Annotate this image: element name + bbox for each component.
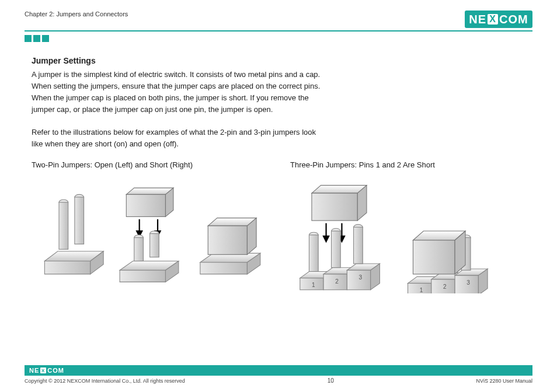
page-number: 10 — [328, 377, 334, 384]
svg-rect-12 — [150, 233, 159, 257]
body-paragraph-1: A jumper is the simplest kind of electri… — [32, 69, 323, 116]
svg-text:2: 2 — [335, 278, 339, 284]
svg-rect-23 — [309, 235, 318, 272]
brand-logo-small: NE X COM — [29, 367, 64, 374]
svg-rect-1 — [59, 202, 68, 250]
decorative-squares-icon — [25, 35, 532, 42]
svg-text:3: 3 — [359, 274, 363, 281]
two-pin-jumper-illustration — [32, 176, 267, 287]
svg-rect-4 — [126, 194, 165, 216]
footer-bar: NE X COM — [25, 365, 532, 376]
document-title: NViS 2280 User Manual — [476, 378, 532, 384]
svg-text:2: 2 — [443, 283, 447, 289]
left-figure-caption: Two-Pin Jumpers: Open (Left) and Short (… — [32, 160, 267, 169]
svg-rect-14 — [312, 193, 357, 220]
body-paragraph-2: Refer to the illustrations below for exa… — [32, 127, 323, 150]
svg-text:1: 1 — [420, 287, 423, 293]
three-pin-jumper-illustration: 1 2 3 — [290, 176, 525, 294]
svg-text:1: 1 — [312, 282, 315, 288]
right-figure-caption: Three-Pin Jumpers: Pins 1 and 2 Are Shor… — [290, 160, 525, 169]
svg-marker-16 — [323, 236, 329, 242]
logo-text-right: COM — [499, 13, 528, 26]
logo-text-left: NE — [469, 13, 486, 26]
section-heading: Jumper Settings — [32, 56, 525, 65]
svg-rect-3 — [75, 197, 84, 244]
svg-rect-13 — [208, 226, 247, 254]
svg-rect-39 — [413, 240, 455, 274]
chapter-title: Chapter 2: Jumpers and Connectors — [25, 10, 128, 18]
header-divider — [25, 30, 532, 32]
svg-rect-25 — [332, 231, 341, 268]
svg-rect-10 — [134, 237, 144, 261]
svg-text:3: 3 — [467, 279, 470, 286]
svg-rect-27 — [354, 227, 363, 264]
copyright-text: Copyright © 2012 NEXCOM International Co… — [25, 378, 185, 384]
logo-x-icon: X — [488, 14, 498, 24]
brand-logo: NE X COM — [465, 10, 532, 28]
